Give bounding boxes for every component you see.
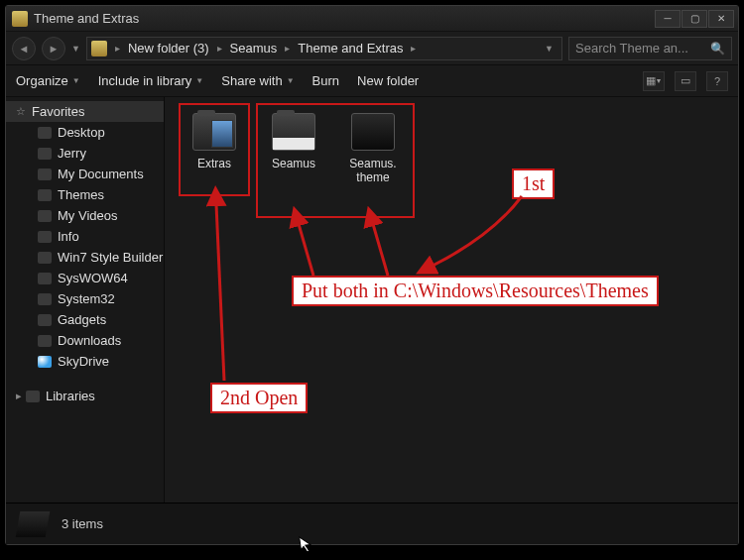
folder-icon <box>192 113 236 151</box>
annotation-label-first: 1st <box>512 168 555 199</box>
sidebar-item-documents[interactable]: My Documents <box>6 164 164 184</box>
sidebar-group-libraries[interactable]: ▸ Libraries <box>6 386 164 406</box>
library-icon <box>26 391 40 402</box>
folder-icon <box>38 168 52 180</box>
window-title: Theme and Extras <box>34 11 139 26</box>
breadcrumb-seg-0[interactable]: New folder (3) <box>124 38 213 59</box>
sidebar-item-videos[interactable]: My Videos <box>6 205 164 226</box>
chevron-right-icon: ▸ <box>111 43 124 54</box>
chevron-right-icon: ▸ <box>16 390 22 402</box>
chevron-right-icon: ▸ <box>407 43 420 54</box>
folder-icon <box>38 252 52 264</box>
include-library-button[interactable]: Include in library▼ <box>98 73 204 88</box>
folder-icon <box>38 189 52 201</box>
file-label: theme <box>356 170 389 184</box>
sidebar-item-themes[interactable]: Themes <box>6 184 164 205</box>
sidebar-item-desktop[interactable]: Desktop <box>6 122 164 143</box>
star-icon: ☆ <box>16 105 26 118</box>
sidebar-item-info[interactable]: Info <box>6 226 164 247</box>
folder-icon <box>38 148 52 160</box>
close-button[interactable]: ✕ <box>708 10 734 28</box>
search-placeholder: Search Theme an... <box>575 41 688 56</box>
status-count: 3 items <box>62 516 103 531</box>
chevron-right-icon: ▸ <box>281 43 294 54</box>
folder-icon <box>38 210 52 222</box>
chevron-right-icon: ▸ <box>213 43 226 54</box>
preview-pane-button[interactable]: ▭ <box>675 71 696 91</box>
folder-icon <box>91 41 107 56</box>
sidebar-item-gadgets[interactable]: Gadgets <box>6 309 164 330</box>
folder-icon <box>38 231 52 243</box>
search-icon: 🔍 <box>710 42 725 56</box>
minimize-button[interactable]: ─ <box>655 10 681 28</box>
content-pane[interactable]: Extras Seamus Seamus. theme 1st Put both… <box>165 97 738 503</box>
file-item-seamus[interactable]: Seamus <box>254 107 333 193</box>
file-item-extras[interactable]: Extras <box>175 107 254 193</box>
back-button[interactable]: ◄ <box>12 37 36 60</box>
file-label: Seamus. <box>349 157 396 170</box>
libraries-label: Libraries <box>46 389 95 403</box>
theme-file-icon <box>351 113 395 151</box>
breadcrumb-seg-1[interactable]: Seamus <box>226 38 282 59</box>
folder-icon <box>38 273 52 284</box>
sidebar-group-favorites[interactable]: ☆ Favorites <box>6 101 164 122</box>
sidebar-item-jerry[interactable]: Jerry <box>6 143 164 164</box>
new-folder-button[interactable]: New folder <box>357 73 419 88</box>
folder-icon <box>38 127 52 139</box>
favorites-label: Favorites <box>32 104 84 119</box>
folder-icon <box>272 113 315 151</box>
search-input[interactable]: Search Theme an... 🔍 <box>568 37 732 60</box>
annotation-label-second: 2nd Open <box>210 383 308 413</box>
status-bar: 3 items <box>6 503 738 544</box>
sidebar-item-skydrive[interactable]: SkyDrive <box>6 351 164 372</box>
folder-icon <box>38 335 52 347</box>
skydrive-icon <box>38 356 52 368</box>
forward-button[interactable]: ► <box>42 37 65 60</box>
sidebar: ☆ Favorites Desktop Jerry My Documents T… <box>6 97 165 503</box>
maximize-button[interactable]: ▢ <box>682 10 707 28</box>
refresh-icon[interactable]: ▼ <box>541 44 558 54</box>
sidebar-item-downloads[interactable]: Downloads <box>6 330 164 351</box>
breadcrumb[interactable]: ▸ New folder (3) ▸ Seamus ▸ Theme and Ex… <box>86 37 562 60</box>
history-dropdown-icon[interactable]: ▼ <box>71 44 80 54</box>
file-label: Seamus <box>272 157 315 170</box>
sidebar-item-system32[interactable]: System32 <box>6 288 164 309</box>
file-label: Extras <box>197 157 231 170</box>
toolbar: Organize▼ Include in library▼ Share with… <box>6 65 738 97</box>
breadcrumb-seg-2[interactable]: Theme and Extras <box>294 38 407 59</box>
organize-button[interactable]: Organize▼ <box>16 73 80 88</box>
sidebar-item-win7sb[interactable]: Win7 Style Builder <box>6 247 164 268</box>
view-options-button[interactable]: ▦ ▼ <box>643 71 665 91</box>
navigation-bar: ◄ ► ▼ ▸ New folder (3) ▸ Seamus ▸ Theme … <box>6 32 738 65</box>
folder-icon <box>38 293 52 305</box>
file-item-seamus-theme[interactable]: Seamus. theme <box>333 107 413 193</box>
chevron-down-icon: ▼ <box>195 76 203 85</box>
share-with-button[interactable]: Share with▼ <box>221 73 294 88</box>
folder-icon <box>38 314 52 326</box>
help-button[interactable]: ? <box>706 71 728 91</box>
chevron-down-icon: ▼ <box>287 76 295 85</box>
burn-button[interactable]: Burn <box>312 73 339 88</box>
sidebar-item-syswow64[interactable]: SysWOW64 <box>6 268 164 288</box>
folder-icon <box>16 511 51 537</box>
window-titlebar: Theme and Extras ─ ▢ ✕ <box>6 6 738 32</box>
cursor-icon <box>299 534 315 558</box>
annotation-label-put: Put both in C:\Windows\Resources\Themes <box>292 276 659 306</box>
app-icon <box>12 11 28 27</box>
chevron-down-icon: ▼ <box>72 76 80 85</box>
